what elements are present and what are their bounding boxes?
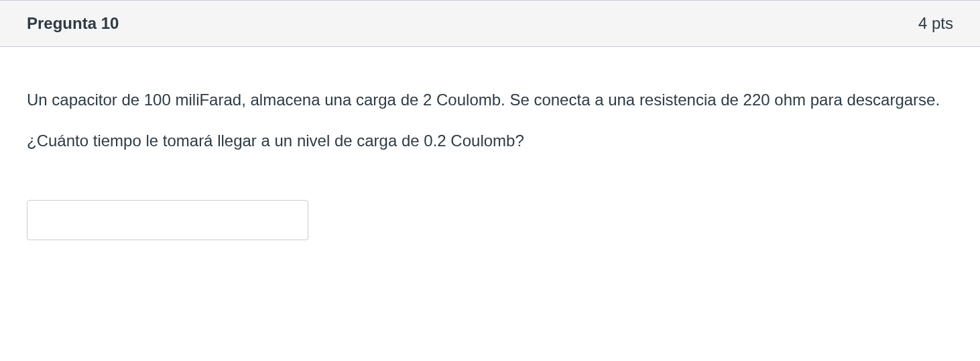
- question-paragraph-2: ¿Cuánto tiempo le tomará llegar a un niv…: [27, 128, 953, 153]
- question-title: Pregunta 10: [27, 14, 119, 33]
- question-header: Pregunta 10 4 pts: [0, 1, 980, 47]
- answer-input[interactable]: [27, 200, 308, 240]
- answer-area: [27, 200, 953, 240]
- question-paragraph-1: Un capacitor de 100 miliFarad, almacena …: [27, 87, 953, 112]
- question-points: 4 pts: [918, 14, 953, 33]
- question-container: Pregunta 10 4 pts Un capacitor de 100 mi…: [0, 0, 980, 267]
- question-body: Un capacitor de 100 miliFarad, almacena …: [0, 47, 980, 267]
